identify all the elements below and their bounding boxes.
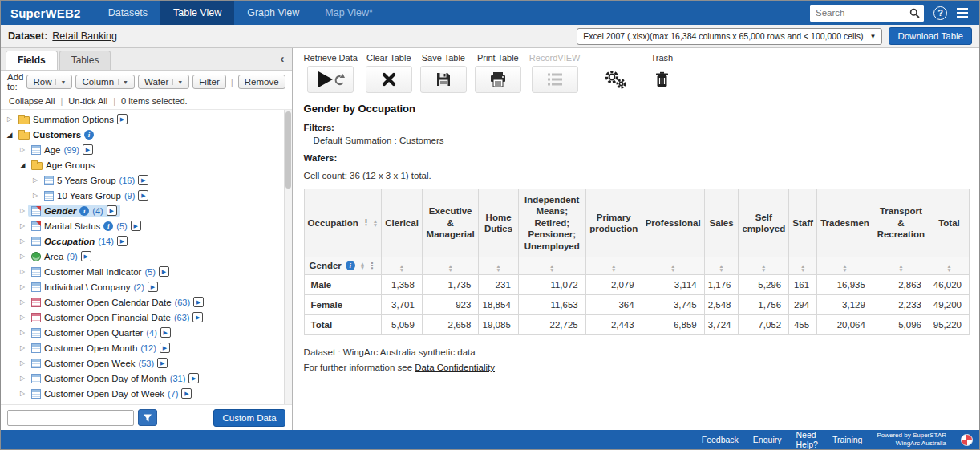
tree-scrollbar-thumb[interactable] xyxy=(285,111,291,189)
kebab-icon[interactable]: ⋮ xyxy=(362,218,371,227)
row-label-total[interactable]: Total xyxy=(304,314,382,334)
field-search-input[interactable] xyxy=(7,410,134,426)
add-to-table-icon[interactable]: ▶ xyxy=(83,144,93,155)
nav-item-graph-view[interactable]: Graph View xyxy=(234,1,312,25)
add-to-table-icon[interactable]: ▶ xyxy=(117,236,128,246)
add-to-column-button[interactable]: Column▼ xyxy=(75,75,135,89)
tree-item-body[interactable]: Genderi(4)▶ xyxy=(28,205,120,217)
column-header-transport-recreation[interactable]: Transport & Recreation xyxy=(873,189,929,257)
collapse-toggle-icon[interactable]: ◢ xyxy=(4,131,15,139)
tree-item-body[interactable]: Individual \ Company(2)▶ xyxy=(28,281,161,293)
tree-item-body[interactable]: Accounts xyxy=(15,403,74,405)
tree-item-body[interactable]: Customer Open Week(53)▶ xyxy=(28,357,171,369)
cell-count-link[interactable]: 12 x 3 x 1 xyxy=(366,171,406,180)
nav-item-datasets[interactable]: Datasets xyxy=(95,1,160,25)
sort-icon[interactable]: ▲▼ xyxy=(373,219,378,227)
tree-item-body[interactable]: Customer Open Quarter(4)▶ xyxy=(28,326,174,339)
add-to-table-icon[interactable]: ▶ xyxy=(181,388,192,399)
column-header-executive-managerial[interactable]: Executive & Managerial xyxy=(422,189,479,257)
sort-icon[interactable]: ▲▼ xyxy=(800,264,805,272)
column-header-primary-production[interactable]: Primary production xyxy=(585,189,642,257)
add-to-table-icon[interactable]: ▶ xyxy=(117,114,128,124)
sort-control-total[interactable]: ▲▼ xyxy=(929,257,969,274)
sort-control-independent-means-retired-pensioner-unemployed[interactable]: ▲▼ xyxy=(518,257,585,274)
row-label-female[interactable]: Female xyxy=(304,294,382,314)
expand-toggle-icon[interactable]: ▷ xyxy=(30,192,41,199)
add-to-table-icon[interactable]: ▶ xyxy=(148,282,158,292)
tab-fields[interactable]: Fields xyxy=(6,51,58,70)
tree-item-body[interactable]: Customer Open Calendar Date(63)▶ xyxy=(28,296,207,308)
menu-icon[interactable] xyxy=(957,8,968,18)
add-to-table-icon[interactable]: ▶ xyxy=(160,343,170,353)
expand-toggle-icon[interactable]: ▷ xyxy=(17,329,28,336)
sort-icon[interactable]: ▲▼ xyxy=(761,264,766,272)
retrieve-data-button[interactable]: Retrieve Data xyxy=(304,53,358,93)
filter-button[interactable]: Filter xyxy=(192,75,226,89)
kebab-icon[interactable]: ⋮ xyxy=(367,261,376,270)
add-to-table-icon[interactable]: ▶ xyxy=(192,312,203,322)
search-input[interactable] xyxy=(810,5,905,22)
sort-icon[interactable]: ▲▼ xyxy=(447,264,452,272)
save-table-button[interactable]: Save Table xyxy=(420,53,467,93)
sort-icon[interactable]: ▲▼ xyxy=(399,264,404,272)
nav-item-table-view[interactable]: Table View xyxy=(160,1,234,25)
row-dimension-header[interactable]: Genderi▲▼⋮ xyxy=(304,257,382,274)
column-header-home-duties[interactable]: Home Duties xyxy=(479,189,518,257)
gears-button[interactable] xyxy=(599,53,631,93)
sort-control-clerical[interactable]: ▲▼ xyxy=(382,257,423,274)
print-table-button[interactable]: Print Table xyxy=(475,53,521,93)
tree-item-body[interactable]: Age(99)▶ xyxy=(28,144,96,156)
sort-control-self-employed[interactable]: ▲▼ xyxy=(739,257,789,274)
trash-button[interactable]: Trash xyxy=(650,53,673,93)
footer-link-training[interactable]: Training xyxy=(832,435,863,444)
expand-toggle-icon[interactable]: ▷ xyxy=(17,253,28,260)
expand-toggle-icon[interactable]: ▷ xyxy=(17,344,28,351)
footer-link-need-help[interactable]: Need Help? xyxy=(796,430,817,449)
dataset-name-link[interactable]: Retail Banking xyxy=(52,30,117,42)
info-icon[interactable]: i xyxy=(84,130,94,140)
add-to-table-icon[interactable]: ▶ xyxy=(81,251,91,261)
download-table-button[interactable]: Download Table xyxy=(889,27,972,45)
expand-toggle-icon[interactable]: ▷ xyxy=(17,375,28,382)
tree-item-body[interactable]: Customer Mail Indicator(5)▶ xyxy=(28,266,172,278)
add-to-table-icon[interactable]: ▶ xyxy=(131,221,141,231)
expand-toggle-icon[interactable]: ▷ xyxy=(17,298,28,306)
expand-toggle-icon[interactable]: ▷ xyxy=(17,207,28,214)
footer-link-feedback[interactable]: Feedback xyxy=(702,435,739,444)
tree-item-body[interactable]: Customer Open Day of Month(31)▶ xyxy=(28,372,202,384)
sort-icon[interactable]: ▲▼ xyxy=(611,264,616,272)
expand-toggle-icon[interactable]: ▷ xyxy=(17,283,28,290)
sort-control-home-duties[interactable]: ▲▼ xyxy=(479,257,518,274)
collapse-all-link[interactable]: Collapse All xyxy=(9,96,55,106)
expand-toggle-icon[interactable]: ▷ xyxy=(17,268,28,275)
add-to-row-button[interactable]: Row▼ xyxy=(26,75,72,89)
tree-item-body[interactable]: Marital Statusi(5)▶ xyxy=(28,220,144,232)
sort-icon[interactable]: ▲▼ xyxy=(549,264,554,272)
column-dimension-header[interactable]: Occupation⋮▲▼ xyxy=(304,189,382,257)
help-icon[interactable]: ? xyxy=(933,6,947,20)
recordview-button[interactable]: RecordVIEW xyxy=(529,53,581,93)
sort-control-sales[interactable]: ▲▼ xyxy=(704,257,739,274)
tree-item-body[interactable]: Summation Options▶ xyxy=(15,113,131,125)
add-to-wafer-button[interactable]: Wafer▼ xyxy=(138,75,189,89)
add-to-table-icon[interactable]: ▶ xyxy=(193,297,204,307)
tree-item-body[interactable]: Customer Open Month(12)▶ xyxy=(28,342,173,354)
sort-icon[interactable]: ▲▼ xyxy=(670,264,675,272)
tree-item-body[interactable]: Occupation(14)▶ xyxy=(28,235,131,247)
add-to-table-icon[interactable]: ▶ xyxy=(157,358,168,368)
tree-item-body[interactable]: 5 Years Group(16)▶ xyxy=(41,174,152,186)
tree-scrollbar[interactable] xyxy=(284,110,292,404)
sort-control-primary-production[interactable]: ▲▼ xyxy=(585,257,642,274)
field-filter-icon[interactable] xyxy=(138,409,157,426)
sort-icon[interactable]: ▲▼ xyxy=(946,264,951,272)
sort-control-executive-managerial[interactable]: ▲▼ xyxy=(422,257,479,274)
add-to-table-icon[interactable]: ▶ xyxy=(188,373,199,383)
column-header-independent-means-retired-pensioner-unemployed[interactable]: Independent Means; Retired; Pensioner; U… xyxy=(518,189,585,257)
info-icon[interactable]: i xyxy=(346,261,355,270)
expand-toggle-icon[interactable]: ▷ xyxy=(17,314,28,321)
data-confidentiality-link[interactable]: Data Confidentiality xyxy=(415,363,495,372)
search-icon[interactable] xyxy=(905,5,924,22)
column-header-self-employed[interactable]: Self employed xyxy=(739,189,789,257)
remove-button[interactable]: Remove xyxy=(238,75,285,89)
tree-item-body[interactable]: Age Groups xyxy=(28,160,98,171)
